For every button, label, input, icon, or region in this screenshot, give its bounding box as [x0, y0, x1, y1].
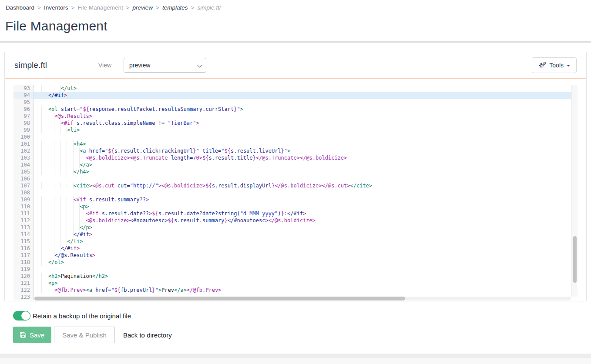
- tools-button[interactable]: Tools: [532, 57, 577, 73]
- breadcrumb-separator: >: [126, 4, 130, 11]
- code-line[interactable]: 98<#if s.result.class.simpleName != "Tie…: [13, 120, 578, 127]
- line-number: 102: [13, 147, 34, 154]
- code-line[interactable]: 101<h4>: [13, 140, 578, 147]
- line-number: 111: [13, 210, 34, 217]
- page-title: File Management: [5, 19, 591, 33]
- vertical-scrollbar-thumb[interactable]: [573, 236, 577, 283]
- code-text: [34, 266, 578, 273]
- line-number: 123: [13, 294, 34, 301]
- code-line[interactable]: 93</ul>: [13, 85, 578, 92]
- line-number: 118: [13, 259, 34, 266]
- line-number: 108: [13, 189, 34, 196]
- code-line[interactable]: 105</h4>: [13, 168, 578, 175]
- code-line[interactable]: 118</ol>: [13, 259, 578, 266]
- code-text: <ol start="${response.resultPacket.resul…: [34, 106, 578, 113]
- code-text: [34, 175, 578, 182]
- footer-divider: [0, 354, 591, 364]
- breadcrumb-inventors[interactable]: Inventors: [44, 4, 68, 11]
- backup-toggle[interactable]: [13, 311, 30, 321]
- breadcrumb-file-management: File Management: [77, 4, 123, 11]
- breadcrumb-dashboard[interactable]: Dashboard: [6, 4, 34, 11]
- code-line[interactable]: 104</a>: [13, 161, 578, 168]
- code-line[interactable]: 94</#if>: [13, 92, 578, 99]
- breadcrumb: Dashboard>Inventors>File Management>prev…: [0, 0, 591, 11]
- code-line[interactable]: 100: [13, 134, 578, 140]
- vertical-scrollbar-track[interactable]: [571, 85, 578, 297]
- caret-down-icon: [567, 65, 570, 67]
- code-text: <li>: [34, 127, 578, 134]
- breadcrumb-templates[interactable]: templates: [162, 4, 188, 11]
- code-line[interactable]: 119: [13, 266, 578, 273]
- view-select-value: preview: [129, 62, 150, 69]
- backup-row: Retain a backup of the original file: [13, 311, 591, 321]
- line-number: 98: [13, 120, 34, 127]
- code-text: </@s.Results>: [34, 252, 578, 259]
- code-line[interactable]: 122<@fb.Prev><a href="${fb.prevUrl}">Pre…: [13, 287, 578, 294]
- code-line[interactable]: 115</li>: [13, 238, 578, 245]
- breadcrumb-preview[interactable]: preview: [133, 4, 153, 11]
- line-number: 119: [13, 266, 34, 273]
- line-number: 103: [13, 154, 34, 161]
- cogs-icon: [538, 62, 546, 68]
- code-text: </ul>: [34, 85, 578, 92]
- code-text: </p>: [34, 224, 578, 231]
- code-line[interactable]: 110<p>: [13, 203, 578, 210]
- title-divider: [0, 41, 591, 43]
- line-number: 113: [13, 224, 34, 231]
- horizontal-scrollbar-track[interactable]: [34, 297, 571, 301]
- back-to-directory-link[interactable]: Back to directory: [123, 331, 172, 339]
- code-line[interactable]: 102<a href="${s.result.clickTrackingUrl}…: [13, 147, 578, 154]
- backup-toggle-knob: [21, 311, 30, 320]
- line-number: 94: [13, 92, 34, 99]
- line-number: 99: [13, 127, 34, 134]
- code-line[interactable]: 111<#if s.result.date??>${s.result.date?…: [13, 210, 578, 217]
- code-line[interactable]: 121<p>: [13, 280, 578, 287]
- code-line[interactable]: 95: [13, 99, 578, 106]
- code-line[interactable]: 106: [13, 175, 578, 182]
- code-line[interactable]: 108: [13, 189, 578, 196]
- save-publish-button[interactable]: Save & Publish: [54, 327, 115, 343]
- horizontal-scrollbar-thumb[interactable]: [34, 297, 405, 301]
- code-text: <@s.boldicize><@s.Truncate length=70>${s…: [34, 154, 578, 161]
- code-line[interactable]: 96<ol start="${response.resultPacket.res…: [13, 106, 578, 113]
- line-number: 97: [13, 113, 34, 120]
- code-line[interactable]: 114</#if>: [13, 231, 578, 238]
- save-icon: [20, 332, 26, 338]
- line-number: 106: [13, 175, 34, 182]
- line-number: 112: [13, 217, 34, 224]
- code-text: </#if>: [34, 245, 578, 252]
- panel-header: simple.ftl View preview Tools: [5, 52, 586, 79]
- code-editor[interactable]: 93</ul>94</#if>9596<ol start="${response…: [13, 85, 578, 301]
- line-number: 122: [13, 287, 34, 294]
- code-line[interactable]: 113</p>: [13, 224, 578, 231]
- code-text: <#if s.result.class.simpleName != "TierB…: [34, 120, 578, 127]
- code-line[interactable]: 103<@s.boldicize><@s.Truncate length=70>…: [13, 154, 578, 161]
- code-line[interactable]: 112<@s.boldicize><#noautoesc>${s.result.…: [13, 217, 578, 224]
- code-line[interactable]: 109<#if s.result.summary??>: [13, 196, 578, 203]
- code-line[interactable]: 117</@s.Results>: [13, 252, 578, 259]
- code-line[interactable]: 99<li>: [13, 127, 578, 134]
- tools-button-label: Tools: [549, 62, 564, 69]
- actions-row: Save Save & Publish Back to directory: [13, 327, 591, 343]
- view-label: View: [98, 62, 111, 69]
- save-button[interactable]: Save: [13, 327, 51, 343]
- code-line[interactable]: 116</#if>: [13, 245, 578, 252]
- view-select[interactable]: preview: [124, 58, 206, 73]
- code-line[interactable]: 120<h2>Pagination</h2>: [13, 273, 578, 280]
- code-text: <cite><@s.cut cut="http://"><@s.boldiciz…: [34, 182, 578, 189]
- breadcrumb-separator: >: [156, 4, 159, 11]
- code-text: [34, 99, 578, 106]
- file-panel: simple.ftl View preview Tools 93</ul>94<…: [4, 52, 587, 301]
- line-number: 110: [13, 203, 34, 210]
- line-number: 100: [13, 134, 34, 140]
- code-text: [34, 134, 578, 140]
- code-text: </#if>: [34, 92, 578, 99]
- code-text: <#if s.result.date??>${s.result.date?dat…: [34, 210, 578, 217]
- code-text: <p>: [34, 203, 578, 210]
- code-line[interactable]: 107<cite><@s.cut cut="http://"><@s.boldi…: [13, 182, 578, 189]
- line-number: 105: [13, 168, 34, 175]
- breadcrumb-current-file: simple.ftl: [197, 4, 220, 11]
- code-text: <a href="${s.result.clickTrackingUrl}" t…: [34, 147, 578, 154]
- code-line[interactable]: 97<@s.Results>: [13, 113, 578, 120]
- backup-toggle-label: Retain a backup of the original file: [33, 312, 131, 320]
